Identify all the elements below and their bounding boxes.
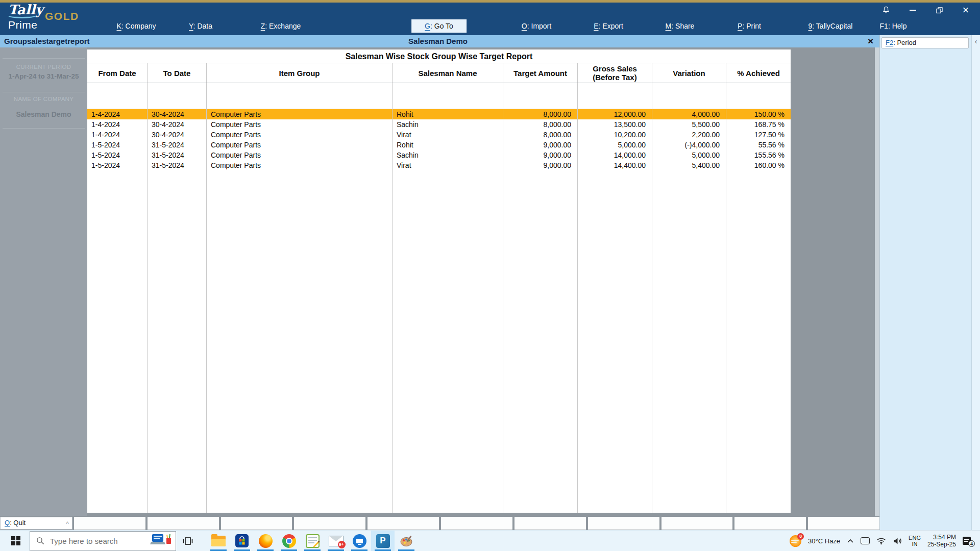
table-row[interactable]: 1-4-2024 30-4-2024 Computer Parts Virat … [87,130,791,140]
table-row[interactable]: 1-5-2024 31-5-2024 Computer Parts Sachin… [87,150,791,160]
volume-icon[interactable] [893,537,902,545]
date: 25-Sep-25 [927,541,956,548]
minimize-button[interactable] [908,5,918,15]
company-name-value[interactable]: Salesman Demo [0,110,87,118]
menu-tallycapital[interactable]: 9: TallyCapital [801,19,860,33]
weather-icon[interactable]: 8 [790,535,801,547]
cell-from-date: 1-5-2024 [87,150,147,160]
clock[interactable]: 3:54 PM 25-Sep-25 [927,534,956,548]
task-view-button[interactable] [176,531,200,551]
tally-top-bar: Tally Prime GOLD K: Company Y: Data Z: E… [0,3,980,35]
toolbar-segment [808,517,879,530]
tablet-mode-icon[interactable] [861,537,870,544]
cell-variation: 5,000.00 [652,150,726,160]
cell-gross-sales: 5,000.00 [577,140,652,150]
edition-badge: GOLD [45,10,79,22]
column-header-item-group: Item Group [206,63,392,83]
cell-variation: (-)4,000.00 [652,140,726,150]
cell-item-group: Computer Parts [206,109,392,119]
menu-company[interactable]: K: Company [109,19,163,33]
network-wifi-icon[interactable] [876,537,886,545]
cell-target-amount: 8,000.00 [503,109,577,119]
notification-count-badge: 4 [968,540,975,547]
cell-to-date: 31-5-2024 [147,150,206,160]
period-button[interactable]: F2: Period [881,37,969,48]
table-row[interactable]: 1-4-2024 30-4-2024 Computer Parts Rohit … [87,109,791,119]
cell-achieved: 55.56 % [726,140,791,150]
taskbar-app-remote-desktop[interactable] [348,531,371,551]
close-icon: × [963,6,969,14]
cell-to-date: 30-4-2024 [147,109,206,119]
menu-export[interactable]: E: Export [586,19,630,33]
taskbar-app-notepad-plus-plus[interactable] [301,531,324,551]
cell-achieved: 168.75 % [726,119,791,130]
start-button[interactable] [4,531,28,551]
taskbar-app-file-explorer[interactable] [207,531,230,551]
toolbar-segment [588,517,659,530]
table-body: 1-4-2024 30-4-2024 Computer Parts Rohit … [87,109,791,170]
toolbar-collapse-icon[interactable]: ^ [66,518,69,530]
sidebar-divider [3,92,85,92]
time: 3:54 PM [927,534,956,541]
menu-data[interactable]: Y: Data [182,19,219,33]
restore-button[interactable] [934,5,944,15]
toolbar-segment [368,517,439,530]
cell-achieved: 160.00 % [726,160,791,170]
cell-variation: 4,000.00 [652,109,726,119]
cell-achieved: 127.50 % [726,130,791,140]
current-period-value[interactable]: 1-Apr-24 to 31-Mar-25 [0,72,87,80]
toolbar-segment [662,517,733,530]
table-row[interactable]: 1-5-2024 31-5-2024 Computer Parts Rohit … [87,140,791,150]
bottom-toolbar: Q: Quit ^ [0,516,879,530]
language-indicator[interactable]: ENG IN [909,535,921,547]
taskbar-app-paint[interactable] [395,531,418,551]
taskbar-app-chrome[interactable] [277,531,301,551]
table-empty-row [87,83,791,109]
taskbar-app-mail[interactable]: 9+ [324,531,348,551]
table-header-row: From Date To Date Item Group Salesman Na… [87,63,791,83]
menu-print[interactable]: P: Print [730,19,768,33]
taskbar-app-store[interactable] [230,531,254,551]
close-button[interactable]: × [961,5,971,15]
taskbar-app-tallyprime[interactable]: P [371,531,395,551]
panel-rail: ‹ [971,35,980,530]
mail-icon: 9+ [329,536,344,546]
menu-go-to[interactable]: G: Go To [411,19,467,33]
tray-expand-icon[interactable] [847,538,854,543]
cell-item-group: Computer Parts [206,119,392,130]
table-row[interactable]: 1-4-2024 30-4-2024 Computer Parts Sachin… [87,119,791,130]
minimize-icon [910,10,916,11]
toolbar-segment [221,517,292,530]
notification-center-button[interactable]: 4 [963,537,971,545]
table-row[interactable]: 1-5-2024 31-5-2024 Computer Parts Virat … [87,160,791,170]
search-input[interactable] [49,536,150,546]
search-highlight-art-icon [150,533,173,549]
vertical-scrollbar[interactable] [875,47,879,516]
quit-button[interactable]: Q: Quit ^ [0,517,72,530]
report-table: Salesman Wise Stock Group Wise Target Re… [87,49,791,513]
menu-import[interactable]: O: Import [514,19,558,33]
cell-target-amount: 8,000.00 [503,130,577,140]
report-close-button[interactable]: × [868,36,873,47]
task-view-icon [182,536,193,546]
chrome-icon [282,534,296,548]
notification-bell-icon[interactable] [881,5,891,15]
breadcrumb: Groupsalestargetreport [4,35,90,47]
file-explorer-icon [211,536,226,546]
report-title: Salesman Wise Stock Group Wise Target Re… [87,49,791,63]
menu-share[interactable]: M: Share [658,19,702,33]
cell-from-date: 1-4-2024 [87,109,147,119]
menu-exchange[interactable]: Z: Exchange [254,19,308,33]
company-name-title: Salesman Demo [408,35,468,47]
toolbar-segment [74,517,145,530]
table-filler [87,170,791,513]
taskbar-app-firefox[interactable] [254,531,277,551]
cell-gross-sales: 12,000.00 [577,109,652,119]
tally-logo-script: Tally [8,3,43,16]
cell-from-date: 1-5-2024 [87,160,147,170]
taskbar-search[interactable] [30,531,176,551]
cell-gross-sales: 13,500.00 [577,119,652,130]
weather-temp[interactable]: 30°C Haze [808,537,840,545]
panel-collapse-button[interactable]: ‹ [972,38,980,45]
menu-help[interactable]: F1: Help [873,19,914,33]
